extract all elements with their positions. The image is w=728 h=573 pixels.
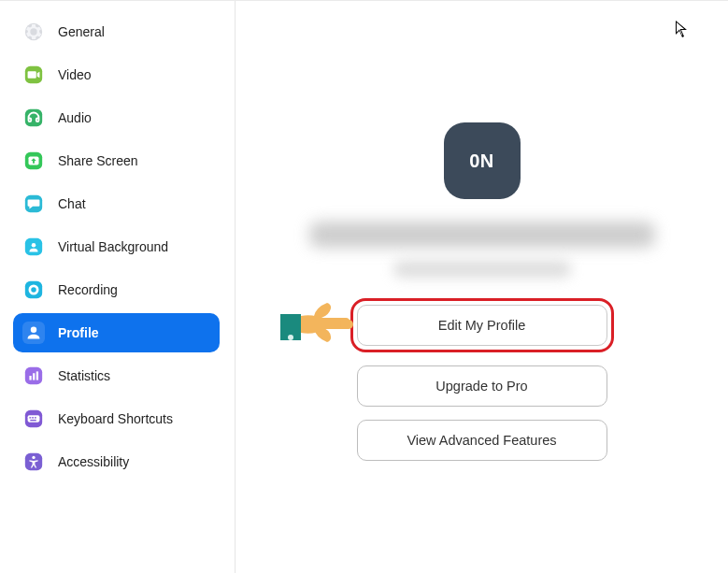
- recording-icon: [22, 279, 45, 301]
- upgrade-to-pro-button[interactable]: Upgrade to Pro: [357, 365, 607, 407]
- video-icon: [22, 64, 45, 86]
- sidebar-item-label: Chat: [58, 196, 86, 211]
- sidebar-item-general[interactable]: General: [13, 12, 220, 51]
- button-label: View Advanced Features: [407, 433, 556, 448]
- sidebar-item-audio[interactable]: Audio: [13, 98, 220, 137]
- button-label: Upgrade to Pro: [435, 379, 527, 394]
- svg-point-25: [288, 335, 293, 340]
- sidebar-item-statistics[interactable]: Statistics: [13, 356, 220, 395]
- sidebar-item-keyboard-shortcuts[interactable]: Keyboard Shortcuts: [13, 399, 220, 438]
- sidebar-item-label: Share Screen: [58, 153, 138, 168]
- sidebar-item-virtual-background[interactable]: Virtual Background: [13, 227, 220, 266]
- svg-rect-19: [32, 417, 34, 418]
- sidebar-item-chat[interactable]: Chat: [13, 184, 220, 223]
- sidebar-item-label: Virtual Background: [58, 239, 168, 254]
- svg-point-11: [31, 327, 36, 333]
- svg-rect-21: [30, 420, 36, 421]
- keyboard-icon: [22, 408, 45, 430]
- sidebar-item-share-screen[interactable]: Share Screen: [13, 141, 220, 180]
- sidebar-item-label: Recording: [58, 282, 118, 297]
- sidebar-item-label: General: [58, 24, 105, 39]
- view-advanced-features-button[interactable]: View Advanced Features: [357, 420, 607, 461]
- button-label: Edit My Profile: [438, 318, 525, 333]
- virtual-background-icon: [22, 236, 45, 258]
- sidebar-item-label: Video: [58, 67, 92, 82]
- svg-rect-26: [340, 320, 353, 329]
- avatar[interactable]: 0N: [444, 122, 521, 199]
- profile-icon: [22, 322, 45, 344]
- sidebar-item-recording[interactable]: Recording: [13, 270, 220, 309]
- sidebar-item-label: Statistics: [58, 368, 110, 383]
- share-screen-icon: [22, 150, 45, 172]
- sidebar-item-profile[interactable]: Profile: [13, 313, 220, 352]
- main-content: 0N Edit My Profi: [236, 1, 728, 573]
- svg-rect-17: [28, 415, 40, 422]
- settings-sidebar: General Video Audio Share Screen Chat: [0, 1, 236, 573]
- chat-icon: [22, 193, 45, 215]
- avatar-initials: 0N: [469, 150, 494, 172]
- sidebar-item-video[interactable]: Video: [13, 55, 220, 94]
- svg-point-23: [32, 456, 35, 459]
- svg-point-7: [32, 243, 36, 248]
- headphones-icon: [22, 107, 45, 129]
- profile-name-redacted: [309, 222, 655, 248]
- profile-subtitle-redacted: [393, 261, 571, 278]
- svg-rect-13: [29, 376, 31, 380]
- accessibility-icon: [22, 451, 45, 473]
- svg-rect-14: [33, 373, 35, 380]
- svg-rect-15: [36, 371, 38, 380]
- statistics-icon: [22, 365, 45, 387]
- edit-profile-highlight: Edit My Profile: [350, 298, 614, 352]
- svg-rect-18: [29, 417, 31, 418]
- svg-rect-20: [35, 417, 36, 418]
- sidebar-item-accessibility[interactable]: Accessibility: [13, 442, 220, 481]
- gear-icon: [22, 21, 45, 43]
- pointing-hand-icon: [280, 294, 355, 348]
- sidebar-item-label: Profile: [58, 325, 99, 340]
- sidebar-item-label: Keyboard Shortcuts: [58, 411, 173, 426]
- edit-my-profile-button[interactable]: Edit My Profile: [357, 305, 607, 346]
- cursor-icon: [675, 20, 690, 42]
- sidebar-item-label: Audio: [58, 110, 92, 125]
- svg-point-10: [31, 287, 36, 293]
- sidebar-item-label: Accessibility: [58, 454, 129, 469]
